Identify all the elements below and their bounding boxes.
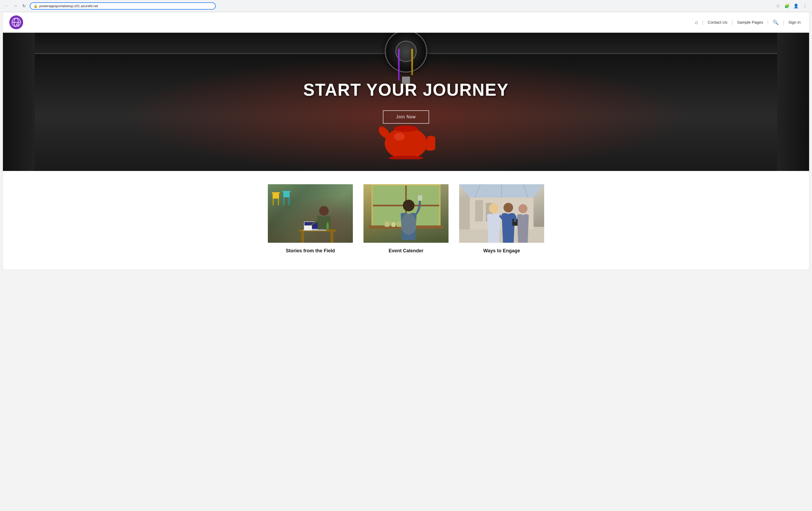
- browser-actions: ☆ 🧩 👤 ⋮: [774, 2, 809, 9]
- nav-separator-1: |: [702, 20, 704, 25]
- browser-nav-buttons: ← → ↻: [3, 2, 28, 9]
- hero-title: START YOUR JOURNEY: [303, 80, 509, 100]
- more-icon: ⋮: [803, 3, 807, 8]
- svg-point-37: [403, 200, 414, 211]
- svg-rect-48: [475, 200, 483, 221]
- svg-rect-27: [283, 197, 284, 205]
- home-icon: ⌂: [695, 20, 698, 25]
- back-icon: ←: [5, 3, 9, 8]
- card-image-engage[interactable]: [459, 184, 544, 243]
- sign-in-nav-link[interactable]: Sign in: [786, 19, 803, 26]
- hero-section: START YOUR JOURNEY Join Now: [3, 33, 809, 171]
- join-now-button[interactable]: Join Now: [383, 110, 429, 124]
- svg-rect-21: [272, 192, 280, 193]
- extensions-button[interactable]: 🧩: [783, 2, 791, 9]
- card-events: Event Calender: [364, 184, 448, 253]
- cards-section: Stories from the Field: [3, 171, 809, 270]
- card-label-events: Event Calender: [388, 248, 423, 253]
- svg-rect-25: [283, 191, 290, 192]
- nav-separator-4: |: [783, 20, 784, 25]
- refresh-icon: ↻: [22, 3, 26, 8]
- svg-rect-28: [289, 197, 290, 205]
- more-button[interactable]: ⋮: [801, 2, 809, 9]
- back-button[interactable]: ←: [3, 2, 11, 9]
- svg-point-6: [385, 127, 427, 159]
- svg-rect-46: [459, 197, 470, 230]
- filament-right: [411, 49, 413, 75]
- site-logo[interactable]: [9, 16, 23, 29]
- svg-point-9: [394, 133, 405, 141]
- forward-icon: →: [13, 3, 18, 8]
- sample-pages-nav-link[interactable]: Sample Pages: [735, 19, 765, 26]
- card-engage: Ways to Engage: [459, 184, 544, 253]
- svg-rect-26: [283, 192, 290, 197]
- nav-links: ⌂ | Contact Us | Sample Pages | 🔍 | Sign…: [693, 18, 803, 26]
- printer-left-frame: [3, 33, 35, 171]
- svg-rect-20: [304, 225, 312, 230]
- svg-rect-35: [392, 222, 395, 227]
- svg-rect-24: [278, 198, 279, 205]
- svg-rect-12: [301, 232, 304, 243]
- card-label-engage: Ways to Engage: [483, 248, 520, 253]
- search-icon: 🔍: [773, 20, 779, 25]
- forward-button[interactable]: →: [12, 2, 19, 9]
- printer-right-frame: [777, 33, 809, 171]
- svg-rect-18: [326, 223, 329, 230]
- profile-button[interactable]: 👤: [792, 2, 800, 9]
- card-stories: Stories from the Field: [268, 184, 353, 253]
- svg-rect-19: [327, 222, 328, 223]
- fan-circle: [385, 33, 427, 73]
- star-icon: ☆: [776, 3, 780, 8]
- card-image-events[interactable]: [364, 184, 448, 243]
- svg-rect-34: [385, 221, 389, 227]
- svg-point-17: [319, 206, 329, 216]
- svg-point-52: [518, 204, 527, 213]
- svg-point-50: [489, 204, 498, 213]
- svg-rect-39: [418, 194, 422, 195]
- svg-rect-22: [272, 193, 279, 198]
- home-nav-button[interactable]: ⌂: [693, 19, 700, 26]
- profile-icon: 👤: [793, 3, 799, 8]
- bookmark-button[interactable]: ☆: [774, 2, 782, 9]
- address-bar-container: 🔒: [30, 2, 216, 9]
- website: ⌂ | Contact Us | Sample Pages | 🔍 | Sign…: [3, 12, 809, 270]
- puzzle-icon: 🧩: [784, 3, 790, 8]
- card-label-stories: Stories from the Field: [286, 248, 335, 253]
- address-bar[interactable]: [39, 4, 212, 8]
- card-image-stories[interactable]: [268, 184, 353, 243]
- browser-chrome: ← → ↻ 🔒 ☆ 🧩 👤 ⋮: [0, 0, 812, 12]
- nav-separator-3: |: [767, 20, 769, 25]
- printer-top-bar: [3, 33, 809, 54]
- hero-content: START YOUR JOURNEY Join Now: [298, 75, 514, 129]
- refresh-button[interactable]: ↻: [20, 2, 28, 9]
- lock-icon: 🔒: [33, 4, 38, 8]
- site-nav: ⌂ | Contact Us | Sample Pages | 🔍 | Sign…: [3, 12, 809, 33]
- svg-rect-23: [272, 198, 274, 205]
- search-button[interactable]: 🔍: [771, 18, 781, 26]
- svg-rect-38: [418, 195, 422, 201]
- contact-us-nav-link[interactable]: Contact Us: [705, 19, 729, 26]
- svg-point-51: [503, 203, 513, 212]
- svg-rect-13: [330, 232, 333, 243]
- nav-separator-2: |: [732, 20, 733, 25]
- svg-point-40: [401, 214, 417, 235]
